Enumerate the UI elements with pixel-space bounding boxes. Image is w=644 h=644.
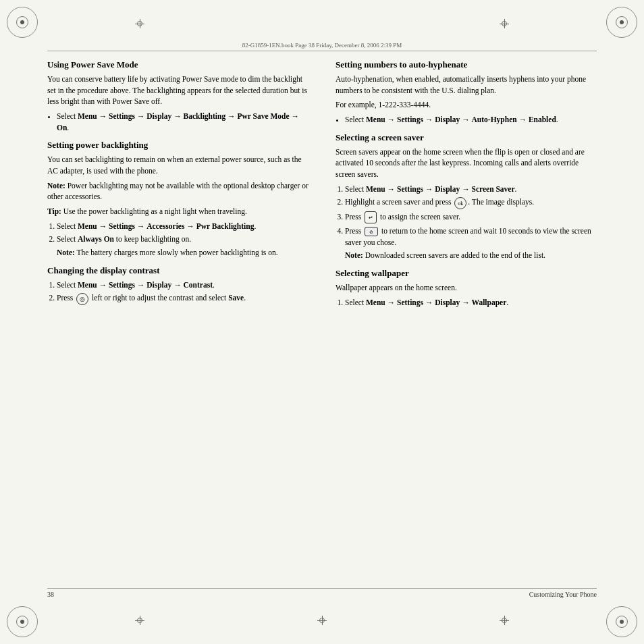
content-area: Using Power Save Mode You can conserve b… bbox=[47, 59, 597, 585]
left-column: Using Power Save Mode You can conserve b… bbox=[47, 59, 314, 585]
steps-display-contrast: Select Menu → Settings → Display → Contr… bbox=[57, 279, 308, 305]
heading-power-save-mode: Using Power Save Mode bbox=[47, 59, 308, 70]
cross-top-right bbox=[500, 19, 509, 28]
header-text: 82-G1859-1EN.book Page 38 Friday, Decemb… bbox=[242, 42, 402, 49]
step-1-wallpaper: Select Menu → Settings → Display → Wallp… bbox=[345, 297, 597, 308]
note-power-backlighting: Note: Power backlighting may not be avai… bbox=[47, 180, 308, 203]
steps-wallpaper: Select Menu → Settings → Display → Wallp… bbox=[345, 297, 597, 308]
steps-power-backlighting: Select Menu → Settings → Accessories → P… bbox=[57, 221, 308, 259]
end-call-icon: ⊘ bbox=[365, 227, 378, 236]
tip-power-backlighting: Tip: Use the power backlighting as a nig… bbox=[47, 206, 308, 217]
section-power-save-mode: Using Power Save Mode You can conserve b… bbox=[47, 59, 308, 133]
ok-icon: ok bbox=[454, 197, 466, 209]
corner-circle-br bbox=[606, 606, 637, 637]
list-item-auto-hyphenate: Select Menu → Settings → Display → Auto-… bbox=[345, 114, 597, 126]
step-2-screen-saver: Highlight a screen saver and press ok. T… bbox=[345, 196, 597, 209]
right-column: Setting numbers to auto-hyphenate Auto-h… bbox=[330, 59, 597, 585]
step-1-screen-saver: Select Menu → Settings → Display → Scree… bbox=[345, 184, 597, 195]
page-number: 38 bbox=[47, 591, 54, 598]
corner-circle-tl bbox=[7, 7, 38, 38]
list-power-save-mode: Select Menu → Settings → Display → Backl… bbox=[57, 111, 308, 133]
step-2-power-backlighting: Select Always On to keep backlighting on… bbox=[57, 234, 308, 258]
step-1-contrast: Select Menu → Settings → Display → Contr… bbox=[57, 279, 308, 291]
step-2-contrast: Press ◎ left or right to adjust the cont… bbox=[57, 292, 308, 304]
cross-top-left bbox=[135, 19, 144, 28]
heading-screen-saver: Selecting a screen saver bbox=[336, 132, 597, 143]
body-wallpaper: Wallpaper appears on the home screen. bbox=[336, 282, 597, 294]
note-step4-screen-saver: Note: Downloaded screen savers are added… bbox=[345, 250, 597, 261]
body-auto-hyphenate: Auto-hyphenation, when enabled, automati… bbox=[336, 74, 597, 96]
step-1-power-backlighting: Select Menu → Settings → Accessories → P… bbox=[57, 221, 308, 232]
assign-icon: ↵ bbox=[365, 211, 377, 223]
section-title: Customizing Your Phone bbox=[529, 591, 597, 598]
list-auto-hyphenate: Select Menu → Settings → Display → Auto-… bbox=[345, 114, 597, 126]
list-item: Select Menu → Settings → Display → Backl… bbox=[57, 111, 308, 133]
step-4-screen-saver: Press ⊘ to return to the home screen and… bbox=[345, 225, 597, 261]
page: 82-G1859-1EN.book Page 38 Friday, Decemb… bbox=[0, 0, 644, 644]
note-step2-power-backlighting: Note: The battery charges more slowly wh… bbox=[57, 247, 308, 259]
step-3-screen-saver: Press ↵ to assign the screen saver. bbox=[345, 211, 597, 223]
press-label: Press bbox=[57, 294, 73, 302]
heading-auto-hyphenate: Setting numbers to auto-hyphenate bbox=[336, 59, 597, 70]
section-screen-saver: Selecting a screen saver Screen savers a… bbox=[336, 132, 597, 261]
footer-bar: 38 Customizing Your Phone bbox=[47, 588, 597, 598]
body-power-save-mode: You can conserve battery life by activat… bbox=[47, 74, 308, 107]
corner-circle-bl bbox=[7, 606, 38, 637]
steps-screen-saver: Select Menu → Settings → Display → Scree… bbox=[345, 184, 597, 261]
heading-display-contrast: Changing the display contrast bbox=[47, 265, 308, 276]
section-power-backlighting: Setting power backlighting You can set b… bbox=[47, 140, 308, 258]
header-bar: 82-G1859-1EN.book Page 38 Friday, Decemb… bbox=[47, 42, 597, 51]
section-wallpaper: Selecting wallpaper Wallpaper appears on… bbox=[336, 268, 597, 308]
heading-wallpaper: Selecting wallpaper bbox=[336, 268, 597, 279]
example-auto-hyphenate: For example, 1-222-333-4444. bbox=[336, 99, 597, 111]
nav-circle-icon: ◎ bbox=[76, 293, 88, 305]
cross-bottom-left bbox=[135, 616, 144, 625]
section-auto-hyphenate: Setting numbers to auto-hyphenate Auto-h… bbox=[336, 59, 597, 126]
cross-bottom-center bbox=[317, 616, 327, 625]
heading-power-backlighting: Setting power backlighting bbox=[47, 140, 308, 151]
cross-bottom-right bbox=[500, 616, 509, 625]
section-display-contrast: Changing the display contrast Select Men… bbox=[47, 265, 308, 305]
corner-circle-tr bbox=[606, 7, 637, 38]
body-power-backlighting: You can set backlighting to remain on wh… bbox=[47, 154, 308, 176]
body-screen-saver: Screen savers appear on the home screen … bbox=[336, 146, 597, 180]
